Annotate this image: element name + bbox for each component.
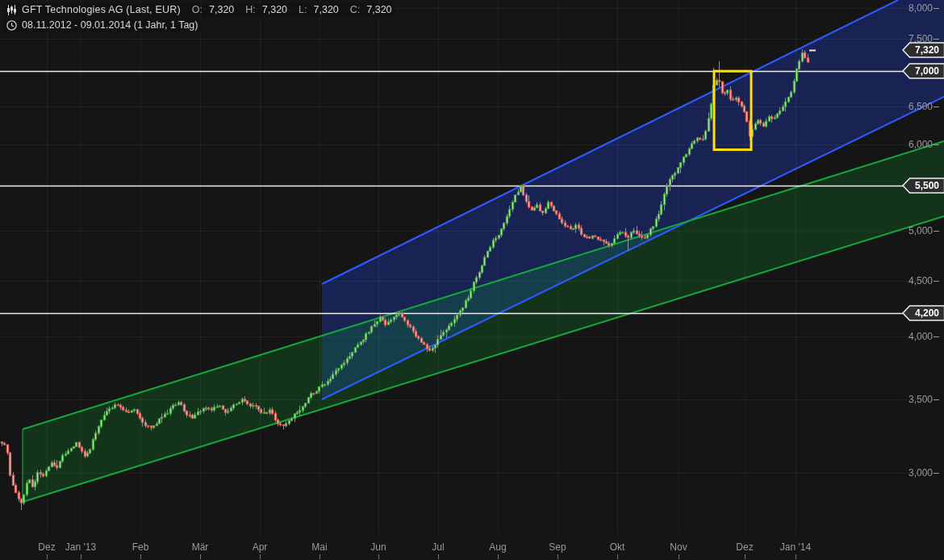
price-level-tag[interactable]: 5,500 (902, 178, 944, 194)
price-chart-canvas[interactable] (0, 0, 944, 560)
price-level-tag[interactable]: 4,200 (902, 305, 944, 321)
trading-chart-window: GFT Technologies AG (Last, EUR) O: 7,320… (0, 0, 944, 560)
price-tag-label: 4,200 (910, 305, 944, 321)
price-tag-label: 7,000 (910, 63, 944, 79)
price-tag-label: 5,500 (910, 178, 944, 194)
price-level-tag[interactable]: 7,000 (902, 63, 944, 79)
price-tag-label: 7,320 (910, 42, 944, 58)
current-price-tag[interactable]: 7,320 (902, 42, 944, 58)
